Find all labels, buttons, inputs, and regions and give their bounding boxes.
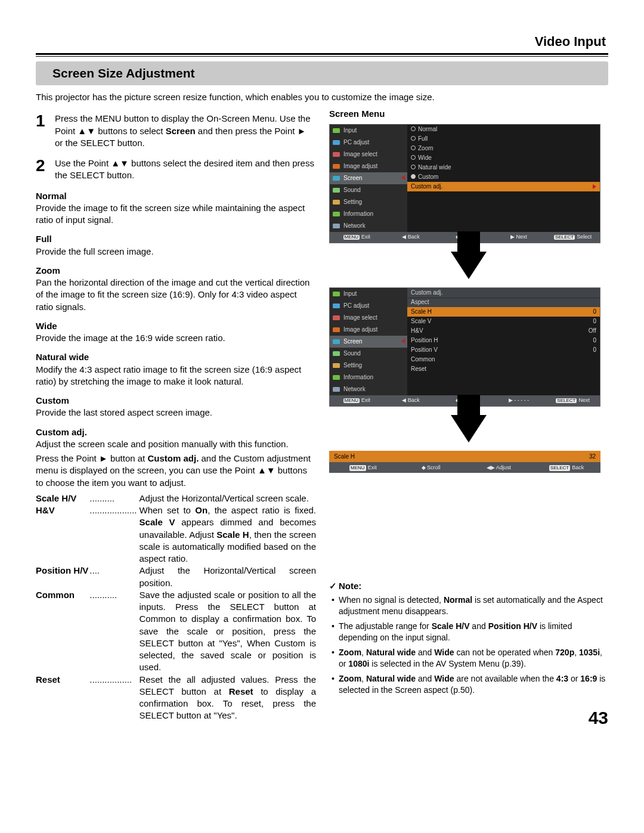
menu-icon xyxy=(332,349,340,358)
osd-adjust-row: Position V0 xyxy=(407,345,600,355)
menu-icon xyxy=(332,326,340,334)
svg-rect-13 xyxy=(333,339,340,344)
osd-adjust-row: Scale H0 xyxy=(407,307,600,317)
osd-side-item: Sound xyxy=(330,184,407,196)
mode-customadj-title: Custom adj. xyxy=(36,426,316,438)
svg-rect-2 xyxy=(333,152,340,157)
note-heading: Note: xyxy=(329,580,608,592)
arrow-down-icon xyxy=(451,415,487,442)
svg-rect-11 xyxy=(333,315,340,320)
section-header: Video Input xyxy=(36,33,608,51)
osd-adjust-row: Common xyxy=(407,355,600,364)
svg-rect-17 xyxy=(333,387,340,392)
osd-side-item: Network xyxy=(330,383,407,395)
svg-rect-4 xyxy=(333,176,340,181)
mode-zoom-title: Zoom xyxy=(36,265,316,277)
mode-full-body: Provide the full screen image. xyxy=(36,246,316,258)
menu-icon xyxy=(332,210,340,218)
rule-thick xyxy=(36,53,608,55)
osd-option: Full xyxy=(407,134,600,144)
osd-option: Custom xyxy=(407,172,600,182)
arrow-down-icon xyxy=(451,252,487,279)
mode-customadj-p2: Press the Point ► button at Custom adj. … xyxy=(36,453,316,489)
svg-rect-14 xyxy=(333,351,340,356)
menu-icon xyxy=(332,290,340,298)
osd-side-item: Setting xyxy=(330,360,407,371)
adjust-definitions: Scale H/V..........Adjust the Horizontal… xyxy=(36,493,316,722)
osd-side-item: Image adjust xyxy=(330,324,407,336)
mode-full-title: Full xyxy=(36,233,316,245)
step-num: 2 xyxy=(36,157,55,182)
menu-icon xyxy=(332,302,340,310)
osd-adjust-row: H&VOff xyxy=(407,326,600,336)
rule-thin xyxy=(36,56,608,57)
osd-side-item: Image select xyxy=(330,148,407,160)
svg-rect-9 xyxy=(333,292,340,296)
menu-icon xyxy=(332,373,340,382)
menu-icon xyxy=(332,162,340,171)
menu-icon xyxy=(332,150,340,159)
osd-side-item: Image adjust xyxy=(330,160,407,172)
osd-adjust-row: Reset xyxy=(407,364,600,374)
svg-rect-7 xyxy=(333,212,340,216)
intro-text: This projector has the picture screen re… xyxy=(36,91,608,103)
mode-custom-title: Custom xyxy=(36,395,316,407)
menu-icon xyxy=(332,186,340,194)
osd-side-item: PC adjust xyxy=(330,137,407,148)
menu-icon xyxy=(332,222,340,230)
svg-rect-5 xyxy=(333,188,340,193)
osd-side-item: Screen xyxy=(330,336,407,348)
osd-side-item: Image select xyxy=(330,312,407,324)
osd-side-item: Input xyxy=(330,288,407,300)
menu-icon xyxy=(332,314,340,322)
mode-normal-body: Provide the image to fit the screen size… xyxy=(36,202,316,227)
step-num: 1 xyxy=(36,113,55,149)
svg-rect-10 xyxy=(333,304,340,308)
osd-side-item: PC adjust xyxy=(330,300,407,312)
step-1: 1 Press the MENU button to display the O… xyxy=(36,113,316,149)
svg-rect-0 xyxy=(333,128,340,133)
svg-rect-6 xyxy=(333,200,340,205)
menu-icon xyxy=(332,337,340,346)
osd-side-item: Information xyxy=(330,208,407,220)
right-column: Screen Menu InputPC adjustImage selectIm… xyxy=(329,108,608,699)
osd-option: Natural wide xyxy=(407,163,600,172)
osd-side-item: Information xyxy=(330,371,407,383)
menu-icon xyxy=(332,385,340,394)
osd-option: Custom adj. xyxy=(407,182,600,191)
osd-adjust-row: Position H0 xyxy=(407,336,600,345)
mode-wide-title: Wide xyxy=(36,320,316,332)
osd-side-item: Sound xyxy=(330,348,407,360)
step-2: 2 Use the Point ▲▼ buttons select the de… xyxy=(36,157,316,182)
page-title: Screen Size Adjustment xyxy=(36,61,608,85)
osd-side-item: Setting xyxy=(330,196,407,208)
left-column: 1 Press the MENU button to display the O… xyxy=(36,108,316,721)
svg-rect-8 xyxy=(333,224,340,228)
svg-rect-16 xyxy=(333,375,340,380)
mode-natural-body: Modify the 4:3 aspect ratio image to fit… xyxy=(36,364,316,388)
menu-icon xyxy=(332,126,340,135)
osd-option: Zoom xyxy=(407,144,600,153)
osd-side-item: Input xyxy=(330,125,407,137)
osd-side-item: Network xyxy=(330,220,407,232)
menu-icon xyxy=(332,361,340,370)
mode-zoom-body: Pan the horizontal direction of the imag… xyxy=(36,277,316,313)
osd-custom-adj: InputPC adjustImage selectImage adjustSc… xyxy=(329,287,600,407)
menu-icon xyxy=(332,138,340,147)
screen-menu-label: Screen Menu xyxy=(329,108,608,120)
osd-option: Wide xyxy=(407,153,600,163)
svg-rect-1 xyxy=(333,140,340,145)
osd-side-item: Screen xyxy=(330,172,407,184)
osd-scale-bar: Scale H32 MENUExit ◆ Scroll ◀▶ Adjust SE… xyxy=(329,451,600,473)
menu-icon xyxy=(332,174,340,182)
mode-normal-title: Normal xyxy=(36,190,316,202)
mode-wide-body: Provide the image at the 16:9 wide scree… xyxy=(36,332,316,344)
svg-rect-12 xyxy=(333,327,340,332)
mode-natural-title: Natural wide xyxy=(36,351,316,363)
page-number: 43 xyxy=(589,708,608,728)
svg-rect-3 xyxy=(333,164,340,169)
svg-rect-15 xyxy=(333,363,340,368)
note-list: When no signal is detected, Normal is se… xyxy=(332,594,608,695)
osd-screen-menu: InputPC adjustImage selectImage adjustSc… xyxy=(329,124,600,243)
osd-option: Normal xyxy=(407,125,600,134)
